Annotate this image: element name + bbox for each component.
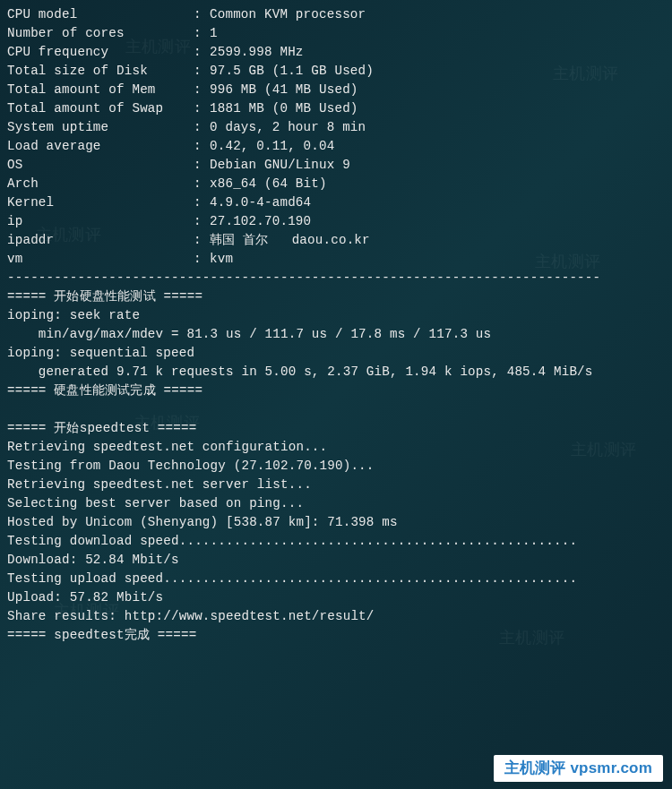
sysinfo-value: 2599.998 MHz [210,43,304,62]
terminal-output: CPU model: Common KVM processor Number o… [7,5,665,645]
blank-line [7,400,665,419]
sysinfo-label: Number of cores [7,24,194,43]
sysinfo-value: 0.42, 0.11, 0.04 [210,137,334,156]
colon: : [194,5,210,24]
speedtest-line: Hosted by Unicom (Shenyang) [538.87 km]:… [7,513,665,532]
sysinfo-row: Total size of Disk: 97.5 GB (1.1 GB Used… [7,62,665,81]
sysinfo-label: Kernel [7,193,194,212]
sysinfo-row: OS: Debian GNU/Linux 9 [7,156,665,175]
disk-test-header-end: ===== 硬盘性能测试完成 ===== [7,382,665,400]
sysinfo-label: System uptime [7,118,194,137]
sysinfo-value: 27.102.70.190 [210,212,311,231]
colon: : [194,137,210,156]
speedtest-upload: Upload: 57.82 Mbit/s [7,588,665,607]
speedtest-share-link: Share results: http://www.speedtest.net/… [7,607,665,626]
speedtest-line: Testing download speed..................… [7,532,665,551]
speedtest-line: Selecting best server based on ping... [7,494,665,513]
colon: : [194,62,210,81]
speedtest-line: Testing upload speed....................… [7,570,665,588]
colon: : [194,231,210,250]
sysinfo-label: ip [7,212,194,231]
sysinfo-value: kvm [210,250,233,269]
speedtest-download: Download: 52.84 Mbit/s [7,551,665,570]
colon: : [194,118,210,137]
disk-test-line: min/avg/max/mdev = 81.3 us / 111.7 us / … [7,325,665,344]
sysinfo-row: CPU frequency: 2599.998 MHz [7,43,665,62]
sysinfo-value: 97.5 GB (1.1 GB Used) [210,62,374,81]
sysinfo-label: OS [7,156,194,175]
watermark-badge: 主机测评 vpsmr.com [494,755,663,782]
speedtest-line: Retrieving speedtest.net configuration..… [7,438,665,457]
sysinfo-row: Load average: 0.42, 0.11, 0.04 [7,137,665,156]
sysinfo-row: ipaddr: 韩国 首尔 daou.co.kr [7,231,665,250]
sysinfo-label: Total amount of Mem [7,81,194,99]
sysinfo-label: Arch [7,175,194,193]
sysinfo-row: ip: 27.102.70.190 [7,212,665,231]
sysinfo-row: CPU model: Common KVM processor [7,5,665,24]
sysinfo-row: Total amount of Mem: 996 MB (41 MB Used) [7,81,665,99]
colon: : [194,99,210,118]
colon: : [194,175,210,193]
sysinfo-label: Total amount of Swap [7,99,194,118]
colon: : [194,250,210,269]
disk-test-line: ioping: sequential speed [7,344,665,363]
sysinfo-value: Debian GNU/Linux 9 [210,156,350,175]
sysinfo-value: 0 days, 2 hour 8 min [210,118,366,137]
sysinfo-value: Common KVM processor [210,5,366,24]
sysinfo-label: CPU model [7,5,194,24]
sysinfo-value: 韩国 首尔 daou.co.kr [210,231,370,250]
sysinfo-row: Number of cores: 1 [7,24,665,43]
colon: : [194,81,210,99]
sysinfo-value: x86_64 (64 Bit) [210,175,327,193]
speedtest-line: Testing from Daou Technology (27.102.70.… [7,457,665,476]
sysinfo-row: System uptime: 0 days, 2 hour 8 min [7,118,665,137]
disk-test-line: ioping: seek rate [7,306,665,325]
sysinfo-value: 996 MB (41 MB Used) [210,81,358,99]
sysinfo-label: Load average [7,137,194,156]
disk-test-header-start: ===== 开始硬盘性能测试 ===== [7,287,665,306]
colon: : [194,156,210,175]
colon: : [194,193,210,212]
disk-test-line: generated 9.71 k requests in 5.00 s, 2.3… [7,363,665,382]
separator-line: ----------------------------------------… [7,269,665,287]
colon: : [194,24,210,43]
sysinfo-row: vm: kvm [7,250,665,269]
sysinfo-value: 4.9.0-4-amd64 [210,193,311,212]
speedtest-line: Retrieving speedtest.net server list... [7,476,665,494]
sysinfo-row: Kernel: 4.9.0-4-amd64 [7,193,665,212]
colon: : [194,212,210,231]
sysinfo-value: 1 [210,24,218,43]
sysinfo-row: Arch: x86_64 (64 Bit) [7,175,665,193]
sysinfo-label: vm [7,250,194,269]
sysinfo-label: ipaddr [7,231,194,250]
sysinfo-row: Total amount of Swap: 1881 MB (0 MB Used… [7,99,665,118]
sysinfo-label: CPU frequency [7,43,194,62]
sysinfo-value: 1881 MB (0 MB Used) [210,99,358,118]
sysinfo-label: Total size of Disk [7,62,194,81]
colon: : [194,43,210,62]
speedtest-header-end: ===== speedtest完成 ===== [7,626,665,645]
speedtest-header-start: ===== 开始speedtest ===== [7,419,665,438]
